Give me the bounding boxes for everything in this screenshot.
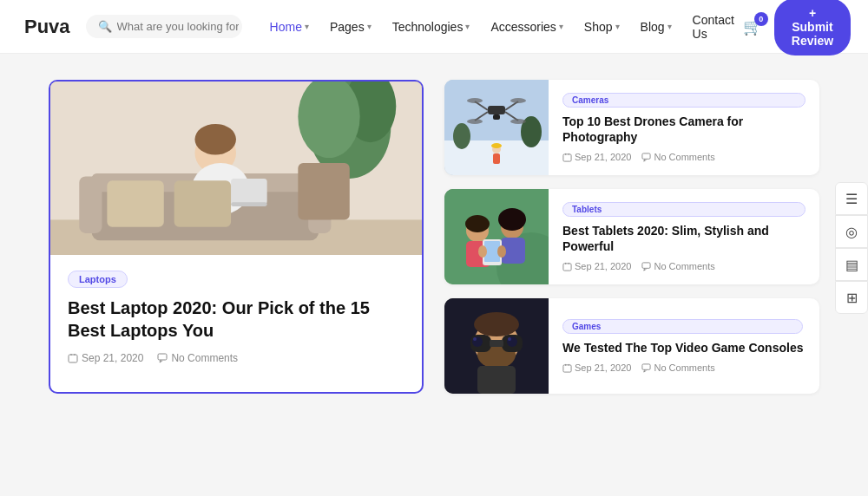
chevron-down-icon: ▾	[305, 22, 309, 31]
comment-icon	[641, 363, 651, 373]
svg-point-33	[510, 98, 526, 103]
right-column: Cameras Top 10 Best Drones Camera for Ph…	[444, 80, 819, 394]
article-meta-1: Sep 21, 2020 No Comments	[562, 261, 806, 271]
svg-point-11	[194, 124, 236, 155]
cart-button[interactable]: 🛒 0	[743, 17, 762, 36]
chevron-down-icon: ▾	[667, 22, 672, 31]
svg-point-48	[465, 215, 490, 232]
article-body-0: Cameras Top 10 Best Drones Camera for Ph…	[549, 80, 819, 175]
search-icon: 🔍	[98, 20, 112, 33]
nav-item-technologies[interactable]: Technologies ▾	[384, 15, 479, 39]
chevron-down-icon: ▾	[367, 22, 372, 31]
svg-rect-16	[107, 180, 163, 227]
svg-rect-36	[493, 114, 500, 120]
chevron-down-icon: ▾	[615, 22, 620, 31]
search-input[interactable]	[117, 20, 239, 33]
article-comments-2: No Comments	[641, 362, 714, 373]
svg-rect-72	[563, 364, 571, 371]
article-title-2: We Tested The Top Video Game Consoles	[562, 340, 803, 356]
svg-rect-9	[298, 163, 349, 219]
article-comments-1: No Comments	[641, 261, 714, 271]
nav-item-contact[interactable]: Contact Us	[684, 8, 743, 46]
svg-point-70	[474, 312, 519, 336]
svg-point-67	[473, 337, 477, 341]
comment-icon	[641, 262, 651, 271]
nav-item-blog[interactable]: Blog ▾	[632, 15, 681, 39]
calendar-icon	[562, 262, 572, 271]
article-title-0: Top 10 Best Drones Camera for Photograph…	[562, 114, 806, 145]
nav-item-accessories[interactable]: Accessories ▾	[482, 15, 571, 39]
calendar-icon	[562, 153, 572, 162]
featured-category-badge: Laptops	[68, 271, 128, 288]
article-date-2: Sep 21, 2020	[562, 362, 631, 373]
svg-rect-21	[158, 354, 167, 360]
sidebar-tool-layers[interactable]: ▤	[835, 248, 868, 281]
svg-point-34	[467, 119, 483, 124]
svg-rect-38	[493, 153, 500, 164]
svg-rect-59	[642, 263, 650, 268]
nav-item-home[interactable]: Home ▾	[261, 15, 318, 39]
comment-icon	[641, 153, 651, 162]
svg-rect-71	[477, 366, 516, 394]
svg-point-39	[491, 143, 502, 148]
article-date-0: Sep 21, 2020	[562, 152, 631, 162]
header-right: 🛒 0 + Submit Review	[743, 0, 851, 55]
header: Puva 🔍 Home ▾ Pages ▾ Technologies ▾ Acc…	[0, 0, 868, 54]
article-thumb-2	[444, 298, 549, 394]
chevron-down-icon: ▾	[559, 22, 563, 31]
featured-image	[50, 82, 422, 255]
sidebar-tool-grid[interactable]: ⊞	[835, 281, 868, 314]
article-body-1: Tablets Best Tablets 2020: Slim, Stylish…	[549, 189, 819, 284]
svg-point-25	[453, 123, 470, 149]
cart-badge: 0	[754, 12, 768, 26]
svg-rect-27	[488, 106, 505, 114]
svg-point-32	[467, 98, 483, 103]
featured-title: Best Laptop 2020: Our Pick of the 15 Bes…	[68, 297, 404, 342]
svg-point-55	[497, 245, 506, 258]
featured-date: Sep 21, 2020	[68, 352, 143, 364]
svg-rect-56	[563, 264, 571, 271]
nav-item-pages[interactable]: Pages ▾	[321, 15, 380, 39]
article-comments-0: No Comments	[641, 152, 714, 162]
article-category-badge-1: Tablets	[562, 202, 806, 217]
svg-rect-14	[231, 179, 267, 205]
article-meta-2: Sep 21, 2020 No Comments	[562, 362, 803, 373]
svg-rect-15	[231, 202, 267, 206]
article-thumb-0	[444, 80, 549, 175]
svg-rect-75	[642, 364, 650, 369]
svg-point-69	[508, 337, 511, 341]
article-meta-0: Sep 21, 2020 No Comments	[562, 152, 806, 162]
article-card-1[interactable]: Tablets Best Tablets 2020: Slim, Stylish…	[444, 189, 819, 284]
sidebar-tool-target[interactable]: ◎	[835, 215, 868, 248]
content-grid: Laptops Best Laptop 2020: Our Pick of th…	[49, 80, 819, 394]
svg-rect-17	[174, 180, 231, 227]
svg-rect-43	[642, 153, 650, 159]
sidebar-tool-menu[interactable]: ☰	[835, 182, 868, 215]
sidebar-tools: ☰ ◎ ▤ ⊞	[835, 182, 868, 314]
article-date-1: Sep 21, 2020	[562, 261, 631, 271]
calendar-icon	[68, 353, 78, 363]
article-card-0[interactable]: Cameras Top 10 Best Drones Camera for Ph…	[444, 80, 819, 175]
comment-icon	[157, 353, 168, 363]
calendar-icon	[562, 363, 572, 373]
featured-card-body: Laptops Best Laptop 2020: Our Pick of th…	[50, 255, 422, 382]
featured-card[interactable]: Laptops Best Laptop 2020: Our Pick of th…	[49, 80, 424, 394]
nav-item-shop[interactable]: Shop ▾	[575, 15, 628, 39]
article-title-1: Best Tablets 2020: Slim, Stylish and Pow…	[562, 223, 806, 254]
logo[interactable]: Puva	[24, 16, 70, 38]
submit-review-button[interactable]: + Submit Review	[774, 0, 851, 55]
svg-point-54	[478, 245, 487, 258]
featured-comments: No Comments	[157, 352, 238, 364]
article-card-2[interactable]: Games We Tested The Top Video Game Conso…	[444, 298, 819, 394]
article-category-badge-0: Cameras	[562, 93, 806, 108]
svg-rect-7	[79, 177, 102, 233]
chevron-down-icon: ▾	[465, 22, 470, 31]
svg-point-35	[510, 119, 526, 124]
svg-rect-18	[69, 355, 77, 362]
search-wrapper: 🔍	[86, 15, 242, 38]
svg-rect-65	[490, 340, 503, 347]
svg-rect-40	[563, 154, 571, 161]
svg-point-51	[498, 208, 526, 231]
article-category-badge-2: Games	[562, 319, 803, 334]
featured-meta: Sep 21, 2020 No Comments	[68, 352, 404, 364]
